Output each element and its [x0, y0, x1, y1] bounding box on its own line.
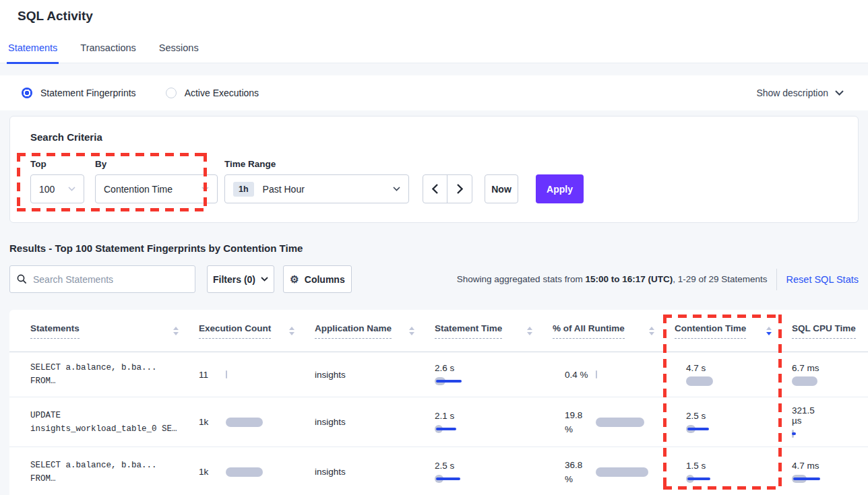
- time-range-select[interactable]: 1h Past Hour: [224, 174, 409, 203]
- statement-fingerprint-link[interactable]: SELECT a.balance, b.ba...FROM…: [30, 361, 199, 388]
- exec-bar: [226, 467, 263, 477]
- chevron-down-icon: [68, 187, 75, 191]
- runtime-pct-cell: 19.8%: [553, 408, 675, 436]
- by-label: By: [95, 159, 218, 169]
- sort-icon[interactable]: [173, 327, 179, 335]
- runtime-pct-cell: 0.4 %: [553, 368, 675, 382]
- chevron-down-icon: [393, 187, 400, 191]
- contention-time-cell: 1.5 s: [675, 461, 792, 484]
- radio-statement-fingerprints[interactable]: Statement Fingerprints: [22, 88, 136, 98]
- by-field: By Contention Time: [84, 159, 218, 203]
- top-select-value: 100: [39, 184, 55, 195]
- radio-selected-icon[interactable]: [22, 88, 32, 98]
- top-label: Top: [30, 159, 84, 169]
- filters-button[interactable]: Filters (0): [207, 265, 274, 293]
- chevron-down-icon: [835, 90, 844, 96]
- statement-time-cell: 2.6 s: [435, 363, 553, 386]
- statement-fingerprint-link[interactable]: UPDATEinsights_workload_table_0 SE…: [30, 409, 199, 436]
- sort-icon[interactable]: [289, 327, 294, 335]
- view-toggle-band: Statement Fingerprints Active Executions…: [0, 75, 868, 110]
- chevron-down-icon: [261, 277, 268, 282]
- filters-label: Filters (0): [213, 274, 255, 285]
- time-range-field: Time Range 1h Past Hour: [224, 159, 409, 203]
- runtime-pct-cell: 36.8%: [553, 458, 675, 486]
- sql-cpu-time-cell: 321.5µs: [792, 405, 868, 438]
- by-select[interactable]: Contention Time: [95, 174, 218, 203]
- sort-icon[interactable]: [409, 327, 414, 335]
- column-header-execution-count[interactable]: Execution Count: [199, 323, 315, 339]
- time-nav-group: [423, 174, 472, 203]
- now-button[interactable]: Now: [485, 174, 518, 203]
- application-name-cell: insights: [315, 370, 435, 380]
- execution-count-cell: 11: [199, 370, 315, 380]
- column-header-statement-time[interactable]: Statement Time: [435, 323, 553, 339]
- columns-label: Columns: [305, 274, 345, 285]
- page-title: SQL Activity: [0, 0, 868, 24]
- results-toolbar: Filters (0) ⚙ Columns Showing aggregated…: [9, 265, 859, 293]
- column-header-runtime-pct[interactable]: % of All Runtime: [553, 323, 675, 339]
- search-icon: [17, 274, 27, 284]
- toolbar-right: Showing aggregated stats from 15:00 to 1…: [457, 269, 859, 290]
- gear-icon: ⚙: [290, 273, 299, 286]
- time-range-value: Past Hour: [263, 184, 305, 195]
- time-range-badge: 1h: [233, 182, 254, 197]
- top-select[interactable]: 100: [30, 174, 84, 203]
- search-criteria-card: Search Criteria Top 100 By Contention Ti…: [9, 116, 859, 223]
- search-statements-box[interactable]: [9, 265, 195, 293]
- statement-time-cell: 2.5 s: [435, 461, 553, 484]
- statement-time-cell: 2.1 s: [435, 411, 553, 434]
- time-range-label: Time Range: [224, 159, 409, 169]
- radio-label: Statement Fingerprints: [40, 88, 136, 98]
- stats-time-range: 15:00 to 16:17 (UTC): [585, 274, 673, 284]
- tab-sessions[interactable]: Sessions: [158, 38, 200, 63]
- execution-count-cell: 1k: [199, 417, 315, 427]
- reset-sql-stats-link[interactable]: Reset SQL Stats: [776, 269, 859, 290]
- top-field: Top 100: [30, 159, 84, 203]
- tab-transactions[interactable]: Transactions: [79, 38, 137, 63]
- column-header-application-name[interactable]: Application Name: [315, 323, 435, 339]
- table-header-row: Statements Execution Count Application N…: [9, 310, 868, 352]
- application-name-cell: insights: [315, 417, 435, 427]
- exec-bar: [226, 370, 227, 378]
- application-name-cell: insights: [315, 467, 435, 477]
- table-row[interactable]: SELECT a.balance, b.ba...FROM… 1k insigh…: [9, 447, 868, 495]
- tab-statements[interactable]: Statements: [7, 38, 59, 64]
- contention-time-cell: 4.7 s: [675, 363, 792, 386]
- sort-icon[interactable]: [649, 327, 654, 335]
- column-header-contention-time[interactable]: Contention Time: [675, 323, 792, 339]
- show-description-label: Show description: [756, 88, 828, 98]
- column-header-statements[interactable]: Statements: [30, 323, 199, 339]
- results-heading: Results - Top 100 Statement Fingerprints…: [9, 242, 868, 254]
- statements-table: Statements Execution Count Application N…: [9, 310, 868, 495]
- search-statements-input[interactable]: [33, 274, 181, 285]
- sql-activity-page: SQL Activity Statements Transactions Ses…: [0, 0, 868, 495]
- by-select-value: Contention Time: [104, 184, 173, 195]
- search-criteria-title: Search Criteria: [30, 131, 858, 143]
- search-criteria-controls: Top 100 By Contention Time Time Range 1h…: [30, 159, 858, 203]
- apply-button[interactable]: Apply: [536, 174, 584, 203]
- previous-time-button[interactable]: [423, 175, 447, 203]
- sql-cpu-time-cell: 4.7 ms: [792, 461, 868, 484]
- next-time-button[interactable]: [447, 175, 472, 203]
- exec-bar: [226, 418, 263, 427]
- columns-button[interactable]: ⚙ Columns: [283, 265, 352, 293]
- radio-unselected-icon[interactable]: [166, 88, 177, 98]
- radio-label: Active Executions: [185, 88, 259, 98]
- page-header: SQL Activity Statements Transactions Ses…: [0, 0, 868, 63]
- radio-active-executions[interactable]: Active Executions: [166, 88, 259, 98]
- sort-icon-active-desc[interactable]: [766, 327, 772, 335]
- chevron-right-icon: [457, 184, 463, 194]
- statement-fingerprint-link[interactable]: SELECT a.balance, b.ba...FROM…: [30, 459, 199, 486]
- sql-cpu-time-cell: 6.7 ms: [792, 363, 868, 386]
- column-header-sql-cpu-time[interactable]: SQL CPU Time: [792, 323, 868, 339]
- tab-bar: Statements Transactions Sessions: [0, 38, 868, 63]
- table-row[interactable]: UPDATEinsights_workload_table_0 SE… 1k i…: [9, 397, 868, 447]
- execution-count-cell: 1k: [199, 467, 315, 477]
- show-description-toggle[interactable]: Show description: [756, 88, 844, 98]
- chevron-down-icon: [202, 187, 209, 191]
- chevron-left-icon: [432, 184, 438, 194]
- sort-icon[interactable]: [527, 327, 532, 335]
- table-row[interactable]: SELECT a.balance, b.ba...FROM… 11 insigh…: [9, 352, 868, 397]
- aggregated-stats-text: Showing aggregated stats from 15:00 to 1…: [457, 274, 768, 284]
- contention-time-cell: 2.5 s: [675, 411, 792, 434]
